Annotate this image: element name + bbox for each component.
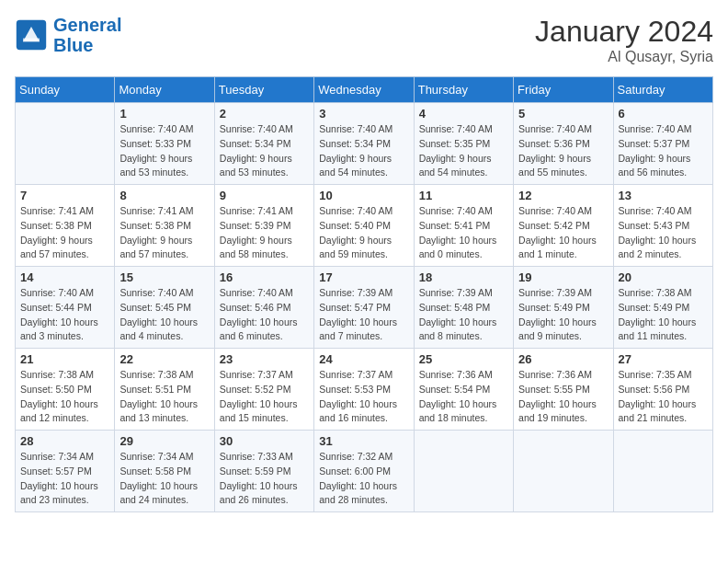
table-row: [514, 431, 613, 512]
day-detail: Sunrise: 7:40 AMSunset: 5:41 PMDaylight:…: [419, 205, 497, 259]
table-row: 11Sunrise: 7:40 AMSunset: 5:41 PMDayligh…: [414, 185, 513, 267]
day-number: 8: [119, 189, 209, 202]
col-tuesday: Tuesday: [214, 77, 313, 103]
day-detail: Sunrise: 7:41 AMSunset: 5:39 PMDaylight:…: [220, 205, 293, 259]
table-row: [613, 431, 712, 512]
day-number: 27: [619, 352, 708, 366]
day-number: 22: [119, 352, 209, 366]
day-detail: Sunrise: 7:41 AMSunset: 5:38 PMDaylight:…: [20, 205, 94, 259]
table-row: 30Sunrise: 7:33 AMSunset: 5:59 PMDayligh…: [214, 431, 313, 512]
calendar-week-5: 28Sunrise: 7:34 AMSunset: 5:57 PMDayligh…: [16, 431, 713, 512]
table-row: 12Sunrise: 7:40 AMSunset: 5:42 PMDayligh…: [514, 185, 613, 267]
table-row: 19Sunrise: 7:39 AMSunset: 5:49 PMDayligh…: [514, 267, 613, 349]
day-detail: Sunrise: 7:40 AMSunset: 5:35 PMDaylight:…: [419, 123, 493, 178]
table-row: 14Sunrise: 7:40 AMSunset: 5:44 PMDayligh…: [16, 267, 115, 349]
day-detail: Sunrise: 7:38 AMSunset: 5:50 PMDaylight:…: [20, 369, 98, 423]
day-number: 2: [220, 107, 309, 121]
svg-rect-2: [23, 39, 40, 42]
table-row: [414, 431, 513, 512]
table-row: 2Sunrise: 7:40 AMSunset: 5:34 PMDaylight…: [214, 103, 313, 185]
day-number: 21: [20, 352, 109, 366]
day-number: 30: [220, 434, 309, 448]
table-row: 23Sunrise: 7:37 AMSunset: 5:52 PMDayligh…: [214, 349, 313, 431]
table-row: 4Sunrise: 7:40 AMSunset: 5:35 PMDaylight…: [414, 103, 513, 185]
day-number: 24: [319, 352, 408, 366]
day-number: 11: [419, 189, 508, 202]
day-number: 20: [619, 270, 708, 284]
day-detail: Sunrise: 7:39 AMSunset: 5:48 PMDaylight:…: [419, 287, 497, 341]
day-number: 4: [419, 107, 508, 121]
table-row: 29Sunrise: 7:34 AMSunset: 5:58 PMDayligh…: [115, 431, 214, 512]
table-row: [16, 103, 115, 185]
table-row: 22Sunrise: 7:38 AMSunset: 5:51 PMDayligh…: [115, 349, 214, 431]
table-row: 1Sunrise: 7:40 AMSunset: 5:33 PMDaylight…: [115, 103, 214, 185]
table-row: 3Sunrise: 7:40 AMSunset: 5:34 PMDaylight…: [314, 103, 414, 185]
logo-blue: Blue: [53, 35, 93, 55]
table-row: 13Sunrise: 7:40 AMSunset: 5:43 PMDayligh…: [613, 185, 712, 267]
table-row: 31Sunrise: 7:32 AMSunset: 6:00 PMDayligh…: [314, 431, 414, 512]
day-detail: Sunrise: 7:39 AMSunset: 5:47 PMDaylight:…: [319, 287, 397, 341]
logo-icon: [15, 18, 48, 52]
col-sunday: Sunday: [16, 77, 115, 103]
day-detail: Sunrise: 7:40 AMSunset: 5:34 PMDaylight:…: [220, 123, 293, 178]
header-row: Sunday Monday Tuesday Wednesday Thursday…: [16, 77, 713, 103]
day-detail: Sunrise: 7:34 AMSunset: 5:58 PMDaylight:…: [119, 451, 198, 505]
day-number: 16: [220, 270, 309, 284]
calendar-week-4: 21Sunrise: 7:38 AMSunset: 5:50 PMDayligh…: [16, 349, 713, 431]
day-number: 7: [20, 189, 109, 202]
day-detail: Sunrise: 7:40 AMSunset: 5:43 PMDaylight:…: [619, 205, 697, 259]
day-number: 9: [220, 189, 309, 202]
day-number: 1: [119, 107, 209, 121]
day-number: 6: [619, 107, 708, 121]
logo: General Blue: [15, 15, 121, 55]
table-row: 6Sunrise: 7:40 AMSunset: 5:37 PMDaylight…: [613, 103, 712, 185]
col-thursday: Thursday: [414, 77, 513, 103]
day-number: 17: [319, 270, 408, 284]
day-number: 15: [119, 270, 209, 284]
day-number: 23: [220, 352, 309, 366]
day-detail: Sunrise: 7:38 AMSunset: 5:49 PMDaylight:…: [619, 287, 697, 341]
col-saturday: Saturday: [613, 77, 712, 103]
day-detail: Sunrise: 7:33 AMSunset: 5:59 PMDaylight:…: [220, 451, 298, 505]
day-number: 18: [419, 270, 508, 284]
day-detail: Sunrise: 7:37 AMSunset: 5:52 PMDaylight:…: [220, 369, 298, 423]
day-number: 10: [319, 189, 408, 202]
day-detail: Sunrise: 7:40 AMSunset: 5:46 PMDaylight:…: [220, 287, 298, 341]
day-number: 31: [319, 434, 408, 448]
table-row: 27Sunrise: 7:35 AMSunset: 5:56 PMDayligh…: [613, 349, 712, 431]
day-number: 25: [419, 352, 508, 366]
calendar-table: Sunday Monday Tuesday Wednesday Thursday…: [15, 76, 713, 512]
day-detail: Sunrise: 7:40 AMSunset: 5:40 PMDaylight:…: [319, 205, 392, 259]
day-detail: Sunrise: 7:40 AMSunset: 5:34 PMDaylight:…: [319, 123, 392, 178]
table-row: 24Sunrise: 7:37 AMSunset: 5:53 PMDayligh…: [314, 349, 414, 431]
calendar-week-2: 7Sunrise: 7:41 AMSunset: 5:38 PMDaylight…: [16, 185, 713, 267]
table-row: 8Sunrise: 7:41 AMSunset: 5:38 PMDaylight…: [115, 185, 214, 267]
day-detail: Sunrise: 7:40 AMSunset: 5:36 PMDaylight:…: [518, 123, 592, 178]
calendar-week-3: 14Sunrise: 7:40 AMSunset: 5:44 PMDayligh…: [16, 267, 713, 349]
day-detail: Sunrise: 7:36 AMSunset: 5:54 PMDaylight:…: [419, 369, 497, 423]
day-detail: Sunrise: 7:40 AMSunset: 5:42 PMDaylight:…: [518, 205, 597, 259]
col-wednesday: Wednesday: [314, 77, 414, 103]
calendar-title: January 2024: [535, 15, 713, 49]
day-number: 5: [518, 107, 608, 121]
day-number: 19: [518, 270, 608, 284]
table-row: 17Sunrise: 7:39 AMSunset: 5:47 PMDayligh…: [314, 267, 414, 349]
day-number: 3: [319, 107, 408, 121]
day-detail: Sunrise: 7:40 AMSunset: 5:37 PMDaylight:…: [619, 123, 692, 178]
day-detail: Sunrise: 7:41 AMSunset: 5:38 PMDaylight:…: [119, 205, 193, 259]
table-row: 21Sunrise: 7:38 AMSunset: 5:50 PMDayligh…: [16, 349, 115, 431]
col-friday: Friday: [514, 77, 613, 103]
day-number: 29: [119, 434, 209, 448]
day-number: 26: [518, 352, 608, 366]
col-monday: Monday: [115, 77, 214, 103]
day-detail: Sunrise: 7:40 AMSunset: 5:44 PMDaylight:…: [20, 287, 98, 341]
day-detail: Sunrise: 7:36 AMSunset: 5:55 PMDaylight:…: [518, 369, 597, 423]
table-row: 16Sunrise: 7:40 AMSunset: 5:46 PMDayligh…: [214, 267, 313, 349]
calendar-week-1: 1Sunrise: 7:40 AMSunset: 5:33 PMDaylight…: [16, 103, 713, 185]
day-detail: Sunrise: 7:35 AMSunset: 5:56 PMDaylight:…: [619, 369, 697, 423]
day-detail: Sunrise: 7:34 AMSunset: 5:57 PMDaylight:…: [20, 451, 98, 505]
day-number: 12: [518, 189, 608, 202]
logo-general: General: [53, 15, 121, 35]
table-row: 9Sunrise: 7:41 AMSunset: 5:39 PMDaylight…: [214, 185, 313, 267]
day-number: 13: [619, 189, 708, 202]
